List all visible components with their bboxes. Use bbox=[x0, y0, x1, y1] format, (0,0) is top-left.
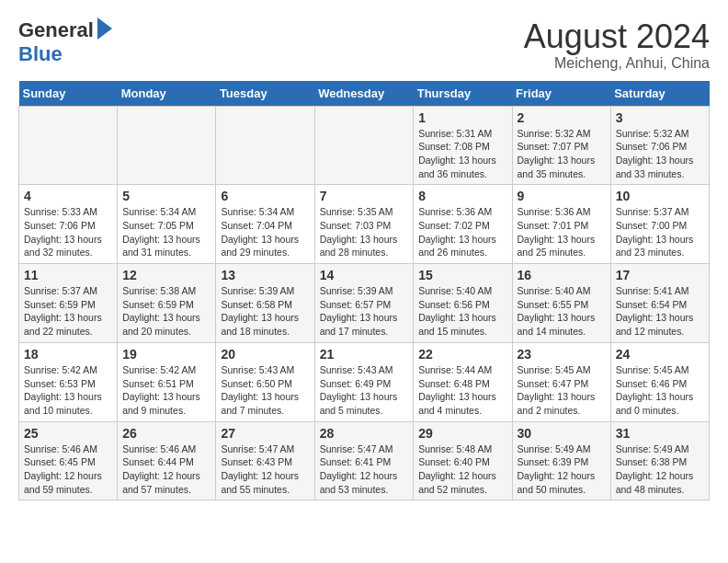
day-info: Sunrise: 5:42 AMSunset: 6:53 PMDaylight:… bbox=[24, 363, 112, 418]
page-header: General Blue August 2024 Meicheng, Anhui… bbox=[18, 18, 710, 72]
day-number: 17 bbox=[616, 268, 704, 282]
calendar-cell: 7Sunrise: 5:35 AMSunset: 7:03 PMDaylight… bbox=[314, 185, 414, 264]
day-info: Sunrise: 5:42 AMSunset: 6:51 PMDaylight:… bbox=[122, 363, 210, 418]
page-subtitle: Meicheng, Anhui, China bbox=[524, 55, 710, 72]
day-number: 12 bbox=[122, 268, 210, 282]
calendar-cell bbox=[314, 106, 414, 185]
day-info: Sunrise: 5:47 AMSunset: 6:43 PMDaylight:… bbox=[221, 442, 309, 497]
day-info: Sunrise: 5:31 AMSunset: 7:08 PMDaylight:… bbox=[418, 127, 506, 181]
logo: General Blue bbox=[18, 18, 112, 66]
calendar-cell: 22Sunrise: 5:44 AMSunset: 6:48 PMDayligh… bbox=[414, 342, 512, 421]
calendar-cell: 17Sunrise: 5:41 AMSunset: 6:54 PMDayligh… bbox=[610, 264, 709, 343]
calendar-cell bbox=[19, 106, 118, 185]
day-number: 28 bbox=[320, 426, 409, 441]
calendar-table: SundayMondayTuesdayWednesdayThursdayFrid… bbox=[18, 81, 710, 501]
column-header-saturday: Saturday bbox=[610, 81, 709, 107]
day-info: Sunrise: 5:34 AMSunset: 7:05 PMDaylight:… bbox=[122, 205, 210, 259]
calendar-header-row: SundayMondayTuesdayWednesdayThursdayFrid… bbox=[19, 81, 710, 107]
calendar-cell: 14Sunrise: 5:39 AMSunset: 6:57 PMDayligh… bbox=[314, 264, 414, 343]
day-number: 2 bbox=[518, 110, 606, 125]
day-number: 1 bbox=[418, 110, 506, 125]
logo-arrow-icon bbox=[97, 17, 112, 40]
day-info: Sunrise: 5:46 AMSunset: 6:44 PMDaylight:… bbox=[122, 442, 210, 497]
calendar-cell: 26Sunrise: 5:46 AMSunset: 6:44 PMDayligh… bbox=[118, 421, 216, 500]
day-info: Sunrise: 5:43 AMSunset: 6:49 PMDaylight:… bbox=[320, 363, 409, 418]
day-number: 18 bbox=[24, 347, 112, 362]
column-header-wednesday: Wednesday bbox=[314, 81, 414, 107]
day-info: Sunrise: 5:40 AMSunset: 6:55 PMDaylight:… bbox=[518, 284, 606, 339]
day-info: Sunrise: 5:35 AMSunset: 7:03 PMDaylight:… bbox=[320, 205, 409, 259]
day-info: Sunrise: 5:34 AMSunset: 7:04 PMDaylight:… bbox=[221, 205, 309, 259]
day-number: 29 bbox=[418, 426, 506, 441]
day-info: Sunrise: 5:45 AMSunset: 6:46 PMDaylight:… bbox=[616, 363, 704, 418]
day-number: 11 bbox=[24, 268, 112, 282]
calendar-week-row: 11Sunrise: 5:37 AMSunset: 6:59 PMDayligh… bbox=[19, 264, 710, 343]
day-number: 24 bbox=[616, 347, 704, 362]
day-info: Sunrise: 5:47 AMSunset: 6:41 PMDaylight:… bbox=[320, 442, 409, 497]
calendar-cell: 16Sunrise: 5:40 AMSunset: 6:55 PMDayligh… bbox=[512, 264, 610, 343]
day-info: Sunrise: 5:44 AMSunset: 6:48 PMDaylight:… bbox=[418, 363, 506, 418]
day-info: Sunrise: 5:39 AMSunset: 6:58 PMDaylight:… bbox=[221, 284, 309, 339]
day-info: Sunrise: 5:37 AMSunset: 6:59 PMDaylight:… bbox=[24, 284, 112, 339]
calendar-cell: 12Sunrise: 5:38 AMSunset: 6:59 PMDayligh… bbox=[118, 264, 216, 343]
calendar-cell: 15Sunrise: 5:40 AMSunset: 6:56 PMDayligh… bbox=[414, 264, 512, 343]
day-info: Sunrise: 5:32 AMSunset: 7:07 PMDaylight:… bbox=[518, 127, 606, 181]
day-info: Sunrise: 5:40 AMSunset: 6:56 PMDaylight:… bbox=[418, 284, 506, 339]
calendar-cell: 20Sunrise: 5:43 AMSunset: 6:50 PMDayligh… bbox=[216, 342, 314, 421]
day-number: 4 bbox=[24, 189, 112, 203]
day-number: 25 bbox=[24, 426, 112, 441]
day-info: Sunrise: 5:36 AMSunset: 7:01 PMDaylight:… bbox=[518, 205, 606, 259]
calendar-cell: 10Sunrise: 5:37 AMSunset: 7:00 PMDayligh… bbox=[610, 185, 709, 264]
calendar-week-row: 1Sunrise: 5:31 AMSunset: 7:08 PMDaylight… bbox=[19, 106, 710, 185]
day-number: 9 bbox=[518, 189, 606, 203]
day-number: 22 bbox=[418, 347, 506, 362]
calendar-cell: 3Sunrise: 5:32 AMSunset: 7:06 PMDaylight… bbox=[610, 106, 709, 185]
calendar-cell: 30Sunrise: 5:49 AMSunset: 6:39 PMDayligh… bbox=[512, 421, 610, 500]
calendar-cell: 28Sunrise: 5:47 AMSunset: 6:41 PMDayligh… bbox=[314, 421, 414, 500]
day-number: 6 bbox=[221, 189, 309, 203]
page-title: August 2024 bbox=[524, 18, 710, 55]
day-number: 7 bbox=[320, 189, 409, 203]
calendar-cell: 24Sunrise: 5:45 AMSunset: 6:46 PMDayligh… bbox=[610, 342, 709, 421]
day-info: Sunrise: 5:48 AMSunset: 6:40 PMDaylight:… bbox=[418, 442, 506, 497]
calendar-week-row: 18Sunrise: 5:42 AMSunset: 6:53 PMDayligh… bbox=[19, 342, 710, 421]
calendar-cell: 25Sunrise: 5:46 AMSunset: 6:45 PMDayligh… bbox=[19, 421, 118, 500]
calendar-cell bbox=[216, 106, 314, 185]
day-info: Sunrise: 5:36 AMSunset: 7:02 PMDaylight:… bbox=[418, 205, 506, 259]
day-info: Sunrise: 5:32 AMSunset: 7:06 PMDaylight:… bbox=[616, 127, 704, 181]
day-number: 16 bbox=[518, 268, 606, 282]
day-info: Sunrise: 5:43 AMSunset: 6:50 PMDaylight:… bbox=[221, 363, 309, 418]
logo-blue-text: Blue bbox=[18, 42, 63, 66]
day-number: 10 bbox=[616, 189, 704, 203]
day-number: 5 bbox=[122, 189, 210, 203]
day-number: 13 bbox=[221, 268, 309, 282]
day-number: 31 bbox=[616, 426, 704, 441]
day-number: 20 bbox=[221, 347, 309, 362]
day-info: Sunrise: 5:46 AMSunset: 6:45 PMDaylight:… bbox=[24, 442, 112, 497]
calendar-cell: 31Sunrise: 5:49 AMSunset: 6:38 PMDayligh… bbox=[610, 421, 709, 500]
calendar-cell bbox=[118, 106, 216, 185]
day-number: 21 bbox=[320, 347, 409, 362]
calendar-cell: 8Sunrise: 5:36 AMSunset: 7:02 PMDaylight… bbox=[414, 185, 512, 264]
column-header-friday: Friday bbox=[512, 81, 610, 107]
day-number: 14 bbox=[320, 268, 409, 282]
logo-general-text: General bbox=[18, 18, 94, 42]
calendar-cell: 9Sunrise: 5:36 AMSunset: 7:01 PMDaylight… bbox=[512, 185, 610, 264]
day-number: 26 bbox=[122, 426, 210, 441]
day-number: 8 bbox=[418, 189, 506, 203]
day-info: Sunrise: 5:33 AMSunset: 7:06 PMDaylight:… bbox=[24, 205, 112, 259]
day-info: Sunrise: 5:49 AMSunset: 6:38 PMDaylight:… bbox=[616, 442, 704, 497]
calendar-cell: 23Sunrise: 5:45 AMSunset: 6:47 PMDayligh… bbox=[512, 342, 610, 421]
calendar-cell: 18Sunrise: 5:42 AMSunset: 6:53 PMDayligh… bbox=[19, 342, 118, 421]
calendar-cell: 21Sunrise: 5:43 AMSunset: 6:49 PMDayligh… bbox=[314, 342, 414, 421]
day-number: 3 bbox=[616, 110, 704, 125]
column-header-thursday: Thursday bbox=[414, 81, 512, 107]
calendar-cell: 5Sunrise: 5:34 AMSunset: 7:05 PMDaylight… bbox=[118, 185, 216, 264]
day-info: Sunrise: 5:49 AMSunset: 6:39 PMDaylight:… bbox=[518, 442, 606, 497]
column-header-sunday: Sunday bbox=[19, 81, 118, 107]
calendar-cell: 13Sunrise: 5:39 AMSunset: 6:58 PMDayligh… bbox=[216, 264, 314, 343]
column-header-monday: Monday bbox=[118, 81, 216, 107]
calendar-week-row: 25Sunrise: 5:46 AMSunset: 6:45 PMDayligh… bbox=[19, 421, 710, 500]
day-number: 19 bbox=[122, 347, 210, 362]
calendar-cell: 29Sunrise: 5:48 AMSunset: 6:40 PMDayligh… bbox=[414, 421, 512, 500]
